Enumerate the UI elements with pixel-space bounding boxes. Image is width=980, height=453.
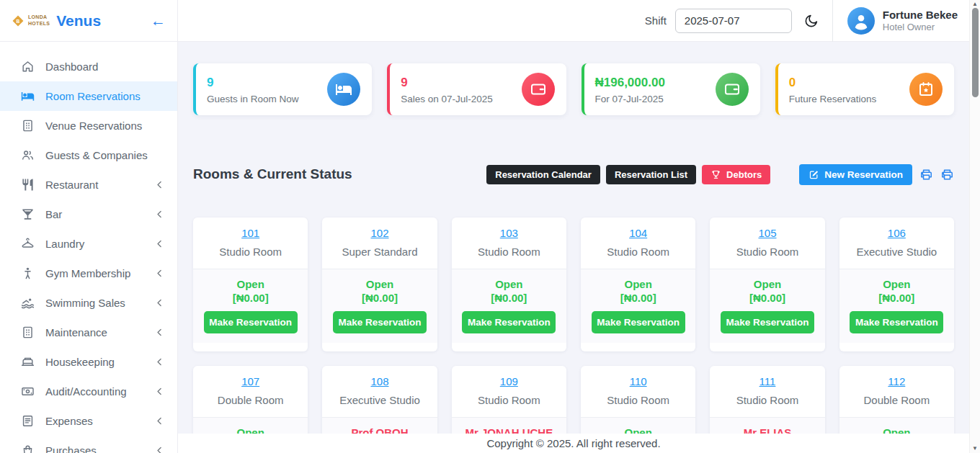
- home-icon: [20, 60, 35, 74]
- app-title: Venus: [56, 12, 101, 30]
- new-reservation-button[interactable]: New Reservation: [799, 164, 912, 185]
- sidebar-item-expenses[interactable]: Expenses: [0, 406, 177, 436]
- print-button[interactable]: [919, 168, 933, 181]
- make-reservation-button[interactable]: Make Reservation: [592, 311, 685, 333]
- rooms-grid: 101Studio Room Open [₦0.00] Make Reserva…: [193, 217, 954, 453]
- scroll-down-arrow-icon[interactable]: ▼: [972, 446, 978, 452]
- reservation-calendar-button[interactable]: Reservation Calendar: [486, 165, 600, 184]
- chevron-left-icon: [155, 239, 164, 248]
- room-number-link[interactable]: 103: [500, 227, 518, 239]
- wallet-icon: [522, 73, 555, 106]
- sidebar-item-label: Guests & Companies: [45, 149, 148, 161]
- vertical-scrollbar[interactable]: ▲ ▼: [969, 0, 980, 453]
- make-reservation-button[interactable]: Make Reservation: [850, 311, 943, 333]
- make-reservation-button[interactable]: Make Reservation: [721, 311, 814, 333]
- room-status: Open: [587, 278, 689, 290]
- sidebar-menu: Dashboard Room Reservations Venue Reserv…: [0, 42, 177, 453]
- sidebar-item-label: Bar: [45, 208, 62, 220]
- chevron-left-icon: [155, 298, 164, 308]
- sidebar-item-laundry[interactable]: Laundry: [0, 229, 177, 259]
- sidebar-item-gym-membership[interactable]: Gym Membership: [0, 259, 177, 288]
- bed-icon: [327, 73, 360, 106]
- sidebar-item-label: Housekeeping: [45, 356, 115, 368]
- room-card-106: 106Executive Studio Open [₦0.00] Make Re…: [839, 217, 954, 351]
- room-number-link[interactable]: 104: [629, 227, 647, 239]
- debtors-button[interactable]: Debtors: [702, 165, 770, 184]
- room-number-link[interactable]: 101: [241, 227, 259, 239]
- room-number-link[interactable]: 110: [630, 375, 647, 387]
- sidebar-item-swimming-sales[interactable]: Swimming Sales: [0, 288, 177, 318]
- room-number-link[interactable]: 107: [241, 375, 259, 387]
- room-number-link[interactable]: 105: [758, 227, 776, 239]
- sidebar-item-bar[interactable]: Bar: [0, 199, 177, 229]
- sidebar-collapse-arrow-icon[interactable]: ←: [151, 13, 166, 28]
- make-reservation-button[interactable]: Make Reservation: [204, 311, 298, 333]
- reservation-list-button[interactable]: Reservation List: [606, 165, 696, 184]
- room-type: Executive Studio: [844, 246, 950, 258]
- room-number-link[interactable]: 102: [370, 227, 388, 239]
- room-amount: [₦0.00]: [458, 292, 560, 304]
- svg-text:B: B: [17, 18, 20, 23]
- utensils-icon: [20, 178, 35, 192]
- main-content: 9 Guests in Room Now 9 Sales on 07-Jul-2…: [178, 42, 969, 453]
- stat-label: Future Reservations: [789, 94, 877, 104]
- room-type: Studio Room: [585, 246, 691, 258]
- user-block[interactable]: Fortune Bekee Hotel Owner: [832, 0, 969, 42]
- copyright-text: Copyright © 2025. All right reserved.: [486, 437, 660, 449]
- room-status: Open: [200, 278, 301, 290]
- sidebar-item-maintenance[interactable]: Maintenance: [0, 318, 177, 347]
- sidebar-item-guests-companies[interactable]: Guests & Companies: [0, 140, 177, 170]
- scroll-up-arrow-icon[interactable]: ▲: [972, 1, 978, 7]
- sidebar-item-label: Restaurant: [45, 179, 98, 191]
- people-icon: [20, 148, 35, 163]
- dark-mode-toggle[interactable]: [803, 13, 819, 29]
- sidebar-item-label: Audit/Accounting: [45, 385, 127, 398]
- logo-text-top: LONDA: [28, 14, 50, 20]
- stat-label: For 07-Jul-2025: [595, 94, 665, 104]
- room-number-link[interactable]: 111: [760, 375, 776, 387]
- sidebar-item-dashboard[interactable]: Dashboard: [0, 52, 177, 81]
- room-status: Open: [846, 278, 948, 290]
- logo-diamond-icon: B: [10, 13, 26, 29]
- shift-date-input[interactable]: [675, 9, 792, 33]
- rooms-section-header: Rooms & Current Status Reservation Calen…: [193, 163, 954, 185]
- user-role: Hotel Owner: [883, 22, 958, 32]
- stat-value: 0: [789, 74, 877, 91]
- sidebar-item-label: Dashboard: [45, 60, 98, 73]
- sidebar-item-housekeeping[interactable]: Housekeeping: [0, 347, 177, 377]
- printer-icon: [940, 168, 954, 181]
- make-reservation-button[interactable]: Make Reservation: [462, 311, 556, 333]
- wallet-icon: [716, 73, 749, 106]
- sidebar-item-label: Purchases: [45, 444, 97, 453]
- make-reservation-button[interactable]: Make Reservation: [333, 311, 427, 333]
- sidebar-item-label: Gym Membership: [45, 267, 130, 279]
- londa-hotels-logo: B LONDA HOTELS: [10, 13, 50, 29]
- stat-value: 9: [401, 74, 493, 91]
- room-type: Studio Room: [197, 246, 303, 258]
- room-number-link[interactable]: 108: [370, 375, 388, 387]
- scrollbar-thumb[interactable]: [972, 8, 979, 97]
- room-card-101: 101Studio Room Open [₦0.00] Make Reserva…: [193, 217, 308, 351]
- sidebar-item-room-reservations[interactable]: Room Reservations: [0, 81, 177, 111]
- sidebar-item-label: Laundry: [45, 238, 84, 250]
- sidebar-item-restaurant[interactable]: Restaurant: [0, 170, 177, 199]
- section-title: Rooms & Current Status: [193, 166, 352, 182]
- bedframe-icon: [20, 355, 35, 369]
- building-icon: [20, 119, 35, 133]
- sidebar-item-venue-reservations[interactable]: Venue Reservations: [0, 111, 177, 140]
- logo-text-bottom: HOTELS: [28, 21, 50, 27]
- room-type: Double Room: [844, 394, 950, 406]
- room-number-link[interactable]: 112: [888, 375, 905, 387]
- room-type: Studio Room: [714, 394, 820, 406]
- moon-icon: [803, 13, 819, 29]
- sidebar-item-audit-accounting[interactable]: Audit/Accounting: [0, 377, 177, 406]
- stat-cards-row: 9 Guests in Room Now 9 Sales on 07-Jul-2…: [193, 63, 954, 115]
- room-status: Open: [716, 278, 818, 290]
- room-number-link[interactable]: 106: [888, 227, 906, 239]
- bag-icon: [20, 444, 35, 453]
- user-icon: [850, 10, 872, 32]
- print-button-2[interactable]: [940, 168, 954, 181]
- room-number-link[interactable]: 109: [500, 375, 518, 387]
- sidebar-item-purchases[interactable]: Purchases: [0, 436, 177, 453]
- sidebar: B LONDA HOTELS Venus ← Dashboard Room Re…: [0, 0, 178, 453]
